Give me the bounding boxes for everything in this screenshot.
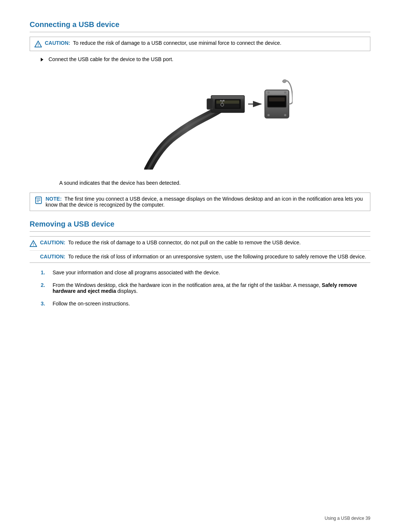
caution-connect-label: CAUTION:: [45, 40, 70, 46]
section1-heading: Connecting a USB device: [30, 20, 370, 29]
svg-point-23: [267, 114, 270, 116]
svg-rect-20: [269, 97, 285, 101]
step1-number: 1.: [41, 270, 48, 275]
note-text: The first time you connect a USB device,…: [46, 196, 363, 208]
step2-number: 2.: [41, 282, 48, 288]
sound-note: A sound indicates that the device has be…: [30, 180, 370, 186]
note-box: NOTE: The first time you connect a USB d…: [30, 193, 370, 211]
svg-point-22: [284, 91, 286, 94]
step2-text: From the Windows desktop, click the hard…: [53, 282, 370, 294]
step1-text: Save your information and close all prog…: [53, 270, 220, 275]
svg-point-24: [284, 114, 286, 116]
connect-step-text: Connect the USB cable for the device to …: [49, 56, 173, 62]
caution-triangle-icon: !: [34, 40, 42, 48]
note-text-container: NOTE: The first time you connect a USB d…: [46, 196, 366, 208]
svg-text:!: !: [37, 43, 39, 47]
caution-remove-text2: CAUTION: To reduce the risk of loss of i…: [40, 254, 366, 260]
caution-remove-group: ! CAUTION: To reduce the risk of damage …: [30, 236, 370, 263]
bullet-triangle-icon: [41, 58, 43, 61]
section2: Removing a USB device ! CAUTION: To redu…: [30, 220, 370, 307]
caution-remove-label2: CAUTION:: [40, 254, 65, 260]
step1-item: 1. Save your information and close all p…: [41, 270, 370, 275]
svg-point-21: [267, 91, 270, 94]
svg-rect-13: [207, 100, 213, 108]
caution-remove-text1: CAUTION: To reduce the risk of damage to…: [40, 240, 301, 245]
note-label: NOTE:: [46, 196, 62, 202]
step3-item: 3. Follow the on-screen instructions.: [41, 301, 370, 307]
caution-connect-text: CAUTION: To reduce the risk of damage to…: [45, 40, 281, 46]
numbered-steps-list: 1. Save your information and close all p…: [30, 270, 370, 307]
section2-divider: [30, 231, 370, 232]
svg-point-10: [220, 100, 221, 101]
step3-text: Follow the on-screen instructions.: [53, 301, 130, 307]
step2-item: 2. From the Windows desktop, click the h…: [41, 282, 370, 294]
caution-remove-row1: ! CAUTION: To reduce the risk of damage …: [30, 237, 370, 250]
note-icon: [34, 196, 43, 204]
caution-connect-box: ! CAUTION: To reduce the risk of damage …: [30, 37, 370, 51]
page-footer: Using a USB device 39: [325, 516, 370, 521]
svg-rect-11: [223, 100, 224, 101]
svg-rect-3: [212, 96, 244, 99]
svg-rect-6: [216, 100, 239, 104]
section2-heading: Removing a USB device: [30, 220, 370, 228]
usb-image: [59, 70, 370, 173]
caution-remove-row2: CAUTION: To reduce the risk of loss of i…: [30, 250, 370, 262]
caution-remove-triangle1-icon: !: [30, 240, 37, 247]
caution-remove-label1: CAUTION:: [40, 240, 65, 245]
svg-text:!: !: [33, 242, 34, 247]
usb-illustration: [137, 73, 293, 170]
connect-step: Connect the USB cable for the device to …: [30, 56, 370, 62]
section1-divider: [30, 32, 370, 32]
step3-number: 3.: [41, 301, 48, 307]
